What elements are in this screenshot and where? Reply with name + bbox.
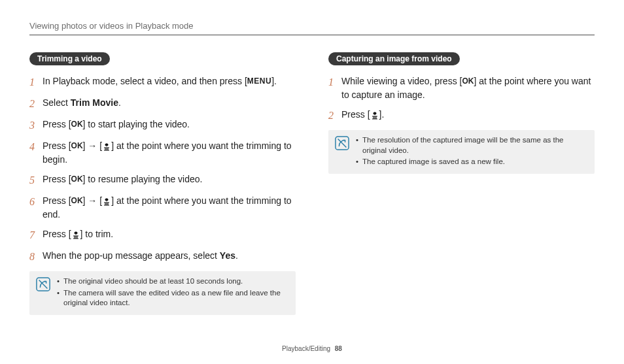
step-item: 1While viewing a video, press [OK] at th…: [328, 74, 595, 102]
step-item: 7Press [] to trim.: [29, 227, 296, 243]
step-item: 3Press [OK] to start playing the video.: [29, 118, 296, 133]
note-list-right: The resolution of the captured image wil…: [356, 135, 588, 169]
step-item: 2Press [].: [328, 108, 595, 124]
step-number: 4: [29, 139, 41, 155]
ok-icon: OK: [71, 118, 83, 130]
step-item: 1In Playback mode, select a video, and t…: [29, 74, 296, 90]
step-text: Press [OK] to resume playing the video.: [43, 173, 296, 186]
note-item: The captured image is saved as a new fil…: [356, 157, 588, 167]
ok-icon: OK: [462, 75, 474, 87]
footer-page-number: 88: [335, 345, 342, 352]
step-number: 8: [29, 249, 41, 265]
right-column: Capturing an image from video 1While vie…: [328, 52, 595, 315]
step-item: 6Press [OK] → [] at the point where you …: [29, 194, 296, 222]
page-footer: Playback/Editing 88: [0, 345, 624, 352]
steps-right: 1While viewing a video, press [OK] at th…: [328, 74, 595, 124]
step-number: 7: [29, 227, 41, 243]
step-number: 1: [328, 74, 340, 90]
step-item: 5Press [OK] to resume playing the video.: [29, 173, 296, 188]
left-column: Trimming a video 1In Playback mode, sele…: [29, 52, 296, 315]
svg-point-2: [75, 234, 76, 235]
step-number: 2: [328, 108, 340, 124]
macro-icon: [71, 231, 80, 240]
menu-icon: MENU: [247, 75, 271, 87]
svg-point-4: [374, 114, 375, 115]
bold-text: Trim Movie: [71, 97, 118, 108]
ok-icon: OK: [71, 195, 83, 207]
step-number: 2: [29, 96, 41, 112]
step-text: When the pop-up message appears, select …: [43, 249, 296, 263]
section-pill-capturing: Capturing an image from video: [328, 52, 460, 65]
note-item: The resolution of the captured image wil…: [356, 135, 588, 156]
step-text: Press [].: [341, 108, 595, 122]
macro-icon: [102, 197, 111, 207]
footer-section: Playback/Editing: [282, 345, 330, 352]
svg-point-0: [107, 146, 107, 146]
step-number: 1: [29, 74, 41, 90]
step-text: While viewing a video, press [OK] at the…: [341, 74, 595, 102]
step-item: 4Press [OK] → [] at the point where you …: [29, 139, 296, 167]
page-header: Viewing photos or videos in Playback mod…: [29, 21, 595, 35]
svg-point-1: [107, 201, 107, 201]
note-box-left: The original video should be at least 10…: [29, 271, 296, 315]
step-item: 8When the pop-up message appears, select…: [29, 249, 296, 265]
note-icon: [36, 277, 50, 291]
step-text: Press [OK] → [] at the point where you w…: [43, 139, 296, 167]
content-columns: Trimming a video 1In Playback mode, sele…: [29, 52, 595, 315]
step-text: Press [OK] to start playing the video.: [43, 118, 296, 131]
step-number: 3: [29, 118, 41, 133]
note-list-left: The original video should be at least 10…: [57, 276, 289, 310]
step-text: Press [] to trim.: [43, 227, 296, 241]
step-number: 6: [29, 194, 41, 210]
step-number: 5: [29, 173, 41, 188]
manual-page: Viewing photos or videos in Playback mod…: [0, 0, 624, 364]
ok-icon: OK: [71, 173, 83, 185]
step-item: 2Select Trim Movie.: [29, 96, 296, 112]
steps-left: 1In Playback mode, select a video, and t…: [29, 74, 296, 265]
note-box-right: The resolution of the captured image wil…: [328, 130, 595, 174]
macro-icon: [102, 142, 111, 152]
section-pill-trimming: Trimming a video: [29, 52, 110, 65]
step-text: Press [OK] → [] at the point where you w…: [43, 194, 296, 222]
step-text: In Playback mode, select a video, and th…: [43, 74, 296, 88]
note-icon: [335, 136, 349, 150]
note-item: The camera will save the edited video as…: [57, 288, 289, 308]
macro-icon: [370, 111, 379, 120]
step-text: Select Trim Movie.: [43, 96, 296, 110]
note-item: The original video should be at least 10…: [57, 276, 289, 287]
bold-text: Yes: [220, 250, 235, 261]
ok-icon: OK: [71, 140, 83, 152]
